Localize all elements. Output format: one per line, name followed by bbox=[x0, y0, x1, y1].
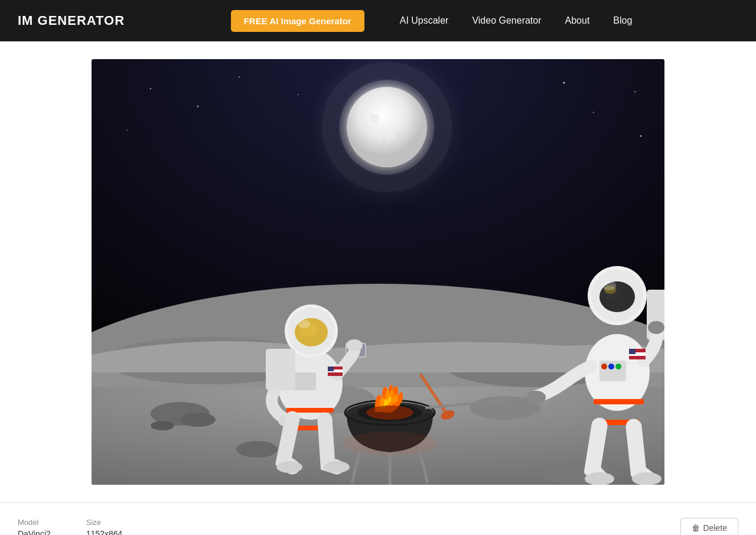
svg-point-22 bbox=[180, 413, 216, 427]
nav-link-about[interactable]: About bbox=[565, 15, 590, 26]
svg-point-7 bbox=[634, 91, 636, 92]
nav-link-ai-upscaler[interactable]: AI Upscaler bbox=[400, 15, 449, 26]
svg-rect-55 bbox=[328, 367, 334, 371]
svg-rect-41 bbox=[292, 372, 316, 390]
svg-rect-79 bbox=[629, 356, 646, 359]
svg-point-59 bbox=[276, 461, 302, 473]
svg-point-2 bbox=[197, 106, 199, 108]
svg-point-1 bbox=[150, 88, 151, 89]
nav-link-video-generator[interactable]: Video Generator bbox=[472, 15, 541, 26]
navbar-center: FREE AI Image Generator AI Upscaler Vide… bbox=[125, 10, 738, 32]
svg-point-9 bbox=[640, 135, 642, 137]
svg-point-6 bbox=[593, 112, 594, 113]
svg-point-66 bbox=[615, 364, 621, 369]
svg-point-37 bbox=[366, 406, 413, 420]
svg-point-15 bbox=[382, 140, 386, 144]
svg-point-45 bbox=[346, 339, 363, 351]
svg-point-12 bbox=[347, 87, 427, 167]
svg-rect-56 bbox=[266, 349, 295, 390]
svg-point-3 bbox=[239, 76, 240, 77]
svg-point-65 bbox=[608, 364, 614, 369]
size-value: 1152x864 bbox=[86, 529, 123, 536]
action-buttons: 🗑 Delete bbox=[680, 518, 738, 535]
svg-point-60 bbox=[324, 461, 350, 473]
svg-point-83 bbox=[585, 472, 614, 485]
cta-button[interactable]: FREE AI Image Generator bbox=[231, 10, 364, 32]
image-container bbox=[92, 59, 664, 485]
trash-icon: 🗑 bbox=[692, 523, 700, 533]
svg-point-64 bbox=[601, 364, 607, 369]
brand-logo: IM GENERATOR bbox=[18, 13, 125, 28]
svg-rect-81 bbox=[594, 399, 644, 404]
delete-label: Delete bbox=[703, 523, 727, 533]
svg-rect-80 bbox=[629, 349, 636, 354]
svg-point-5 bbox=[563, 82, 565, 84]
svg-point-85 bbox=[343, 432, 437, 455]
svg-point-8 bbox=[126, 129, 128, 131]
generated-image bbox=[92, 59, 664, 485]
nav-link-blog[interactable]: Blog bbox=[613, 15, 632, 26]
model-meta: Model DaVinci2 bbox=[18, 518, 51, 536]
navbar-links: AI Upscaler Video Generator About Blog bbox=[400, 15, 633, 26]
meta-section: Model DaVinci2 Size 1152x864 bbox=[18, 518, 680, 536]
svg-point-84 bbox=[632, 472, 662, 485]
svg-point-4 bbox=[298, 94, 299, 95]
scene-svg bbox=[92, 59, 664, 485]
svg-point-14 bbox=[395, 132, 402, 140]
size-label: Size bbox=[86, 518, 123, 527]
svg-rect-54 bbox=[328, 372, 343, 376]
bottom-bar: Model DaVinci2 Size 1152x864 🗑 Delete bbox=[0, 502, 756, 535]
svg-point-75 bbox=[602, 281, 616, 290]
model-value: DaVinci2 bbox=[18, 529, 51, 536]
size-meta: Size 1152x864 bbox=[86, 518, 123, 536]
main-content bbox=[0, 41, 756, 502]
svg-point-50 bbox=[298, 320, 310, 328]
model-label: Model bbox=[18, 518, 51, 527]
svg-point-13 bbox=[370, 114, 380, 123]
svg-point-68 bbox=[648, 321, 664, 334]
svg-point-23 bbox=[151, 421, 174, 430]
svg-point-24 bbox=[236, 441, 278, 458]
navbar: IM GENERATOR FREE AI Image Generator AI … bbox=[0, 0, 756, 41]
delete-button[interactable]: 🗑 Delete bbox=[680, 518, 738, 535]
